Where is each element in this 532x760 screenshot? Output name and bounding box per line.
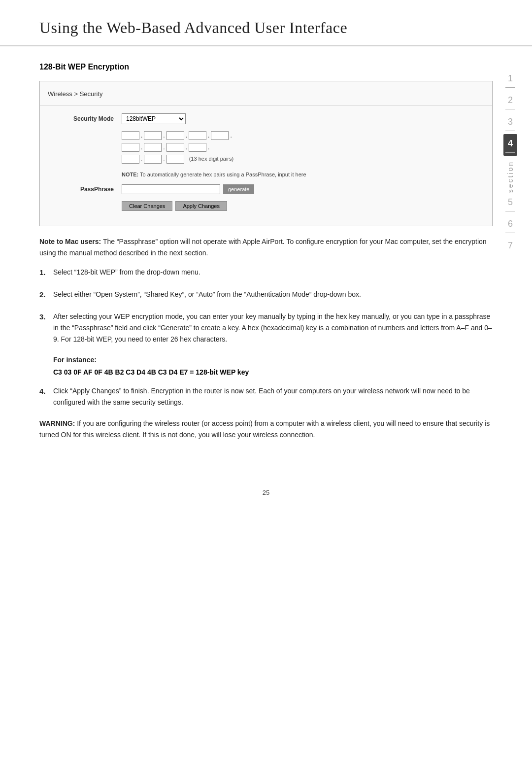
for-instance: For instance: C3 03 0F AF 0F 4B B2 C3 D4… <box>53 355 493 378</box>
passphrase-label: PassPhrase <box>48 185 122 194</box>
dot: . <box>186 143 187 152</box>
warning-bold: WARNING: <box>39 419 75 427</box>
section-label: section <box>505 161 516 193</box>
passphrase-row: PassPhrase generate <box>48 184 484 194</box>
section-num-2: 2 <box>503 91 517 112</box>
section-num-7: 7 <box>503 236 517 255</box>
section-num-1: 1 <box>503 69 517 91</box>
key1-seg4[interactable] <box>189 131 206 140</box>
key1-seg2[interactable] <box>144 131 162 140</box>
note-to-mac: Note to Mac users: The “Passphrase” opti… <box>39 236 493 259</box>
dot: . <box>141 143 142 152</box>
dot: . <box>186 131 187 140</box>
page-number: 25 <box>0 478 532 503</box>
security-mode-label: Security Mode <box>48 114 122 123</box>
list-item: 4. Click “Apply Changes” to finish. Encr… <box>39 385 493 408</box>
key2-seg1[interactable] <box>122 143 139 152</box>
page-header: Using the Web-Based Advanced User Interf… <box>0 0 532 46</box>
dot: . <box>141 131 142 140</box>
step-num-2: 2. <box>39 289 53 301</box>
section-num-4: 4 <box>503 134 517 156</box>
warning-text: WARNING: If you are configuring the wire… <box>39 418 493 441</box>
step-num-3: 3. <box>39 311 53 323</box>
key3-seg2[interactable] <box>144 155 162 164</box>
step-text-1: Select “128-bit WEP” from the drop-down … <box>53 267 493 278</box>
key2-seg3[interactable] <box>166 143 184 152</box>
step-num-4: 4. <box>39 385 53 398</box>
dot: . <box>163 155 165 164</box>
section-num-5: 5 <box>503 193 517 214</box>
numbered-list: 1. Select “128-bit WEP” from the drop-do… <box>39 267 493 345</box>
for-instance-code: C3 03 0F AF 0F 4B B2 C3 D4 4B C3 D4 E7 =… <box>53 367 493 378</box>
key2-seg4[interactable] <box>189 143 206 152</box>
note-area: NOTE: To automatically generate hex pair… <box>122 171 348 179</box>
dot: . <box>230 131 232 140</box>
step-text-2: Select either “Open System”, “Shared Key… <box>53 289 493 300</box>
key-row-3: . . (13 hex digit pairs) <box>122 155 484 164</box>
note-to-mac-text: The “Passphrase” option will not operate… <box>39 238 487 257</box>
list-item: 2. Select either “Open System”, “Shared … <box>39 289 493 301</box>
clear-changes-button[interactable]: Clear Changes <box>122 201 172 211</box>
key-row-1: . . . . . <box>122 131 484 140</box>
step-num-1: 1. <box>39 267 53 279</box>
step-text-3: After selecting your WEP encryption mode… <box>53 311 493 345</box>
apply-changes-button[interactable]: Apply Changes <box>175 201 227 211</box>
section-title: 128-Bit WEP Encryption <box>39 61 493 73</box>
list-item: 1. Select “128-bit WEP” from the drop-do… <box>39 267 493 279</box>
dot: . <box>208 143 209 152</box>
security-mode-select[interactable]: 128bitWEP 64bitWEP WPA/WPA2 Disabled <box>122 113 186 124</box>
key-row-2: . . . . <box>122 143 484 152</box>
dot: . <box>141 155 142 164</box>
security-mode-row: Security Mode 128bitWEP 64bitWEP WPA/WPA… <box>48 113 484 124</box>
dot: . <box>163 131 165 140</box>
key3-seg3[interactable] <box>166 155 184 164</box>
note-text: To automatically generate hex pairs usin… <box>140 172 306 177</box>
panel-body: Security Mode 128bitWEP 64bitWEP WPA/WPA… <box>40 105 492 218</box>
step-text-4: Click “Apply Changes” to finish. Encrypt… <box>53 385 493 408</box>
section-num-3: 3 <box>503 112 517 134</box>
key1-seg5[interactable] <box>211 131 229 140</box>
list-item: 3. After selecting your WEP encryption m… <box>39 311 493 345</box>
warning-body: If you are configuring the wireless rout… <box>39 419 490 439</box>
ui-panel: Wireless > Security Security Mode 128bit… <box>39 81 493 226</box>
wep-keys-area: . . . . . . . . <box>122 131 484 164</box>
passphrase-input[interactable] <box>122 184 220 194</box>
page-title: Using the Web-Based Advanced User Interf… <box>39 16 493 39</box>
dot: . <box>163 143 165 152</box>
note-prefix: NOTE: <box>122 172 138 177</box>
panel-breadcrumb: Wireless > Security <box>40 89 492 105</box>
key1-seg3[interactable] <box>166 131 184 140</box>
dot: . <box>208 131 209 140</box>
for-instance-label: For instance: <box>53 355 493 365</box>
key3-seg1[interactable] <box>122 155 139 164</box>
generate-button[interactable]: generate <box>223 184 254 194</box>
section-num-6: 6 <box>503 214 517 236</box>
action-row: Clear Changes Apply Changes <box>122 201 484 211</box>
main-content: 128-Bit WEP Encryption Wireless > Securi… <box>0 61 532 478</box>
key2-seg2[interactable] <box>144 143 162 152</box>
key1-seg1[interactable] <box>122 131 139 140</box>
security-mode-control: 128bitWEP 64bitWEP WPA/WPA2 Disabled <box>122 113 186 124</box>
key-hint-label: (13 hex digit pairs) <box>189 155 234 163</box>
section-sidebar: 1 2 3 4 section 5 6 7 <box>503 69 517 255</box>
note-to-mac-bold: Note to Mac users: <box>39 238 101 245</box>
step4-list: 4. Click “Apply Changes” to finish. Encr… <box>39 385 493 408</box>
